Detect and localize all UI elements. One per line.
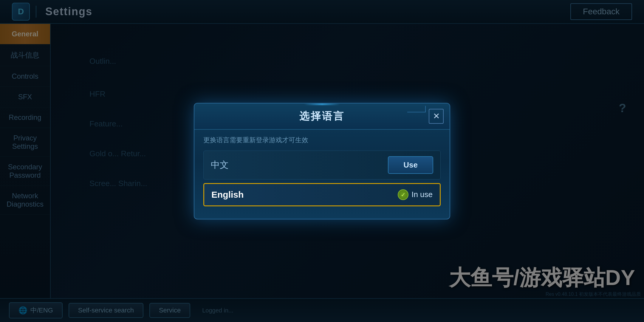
- modal-subtitle: 更换语言需要重新登录游戏才可生效: [203, 136, 441, 145]
- use-chinese-button[interactable]: Use: [388, 156, 433, 174]
- checkmark-icon: ✓: [398, 189, 408, 200]
- language-row-chinese[interactable]: 中文 Use: [203, 151, 441, 179]
- in-use-badge: ✓ In use: [398, 189, 433, 200]
- modal-header: 选择语言 ✕: [194, 103, 450, 130]
- language-row-english[interactable]: English ✓ In use: [203, 183, 441, 206]
- modal-body: 更换语言需要重新登录游戏才可生效 中文 Use English ✓ In use: [194, 130, 450, 219]
- language-name-english: English: [211, 190, 398, 200]
- in-use-label: In use: [411, 190, 433, 199]
- modal-title: 选择语言: [299, 109, 345, 123]
- language-name-chinese: 中文: [211, 159, 388, 171]
- modal-close-button[interactable]: ✕: [429, 109, 444, 124]
- language-modal: 选择语言 ✕ 更换语言需要重新登录游戏才可生效 中文 Use English ✓…: [194, 103, 450, 219]
- modal-overlay: 选择语言 ✕ 更换语言需要重新登录游戏才可生效 中文 Use English ✓…: [0, 0, 644, 322]
